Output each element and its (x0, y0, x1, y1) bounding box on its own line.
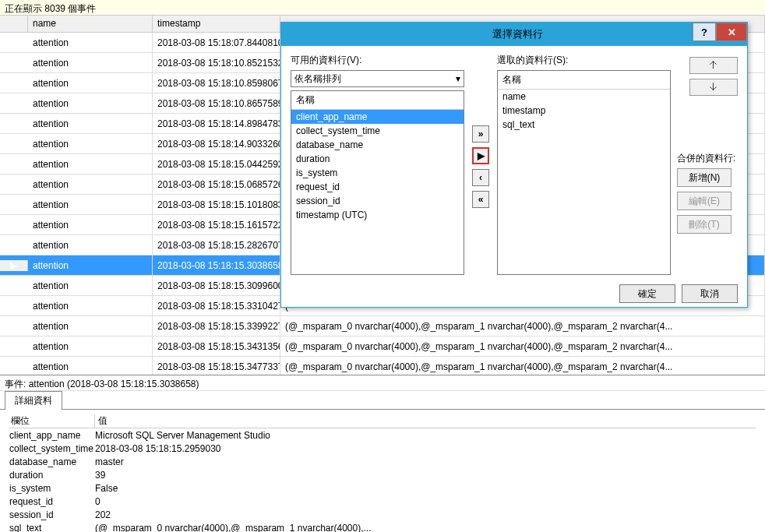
detail-value: 0 (95, 496, 756, 507)
add-merge-button[interactable]: 新增(N) (677, 168, 732, 187)
detail-tabs: 詳細資料 (0, 391, 765, 410)
move-down-button[interactable]: 🡣 (689, 79, 738, 96)
dialog-footer: 確定 取消 (281, 280, 747, 308)
cell-name: attention (28, 33, 153, 52)
move-up-button[interactable]: 🡡 (689, 57, 738, 74)
close-button[interactable]: ✕ (716, 23, 747, 41)
table-row[interactable]: attention2018-03-08 15:18:15.3399227(@_m… (0, 316, 765, 336)
selected-label: 選取的資料行(S): (497, 54, 671, 67)
detail-row[interactable]: collect_system_time2018-03-08 15:18:15.2… (9, 442, 756, 455)
arrow-buttons-column: » ▶ ‹ « (471, 54, 491, 275)
list-item[interactable]: is_system (291, 166, 464, 180)
merge-label: 合併的資料行: (677, 152, 738, 165)
col-header-name[interactable]: name (28, 16, 153, 32)
cell-timestamp: 2018-03-08 15:18:15.1018083 (153, 195, 280, 214)
cell-timestamp: 2018-03-08 15:18:15.3399227 (153, 316, 280, 336)
cell-timestamp: 2018-03-08 15:18:14.9033260 (153, 134, 280, 153)
selected-columns-section: 選取的資料行(S): 名稱 nametimestampsql_text (497, 54, 671, 275)
details-panel: 欄位 值 client_app_nameMicrosoft SQL Server… (0, 410, 765, 532)
detail-value: 2018-03-08 15:18:15.2959030 (95, 443, 756, 454)
detail-field: database_name (9, 456, 95, 467)
cell-text: (@_msparam_0 nvarchar(4000),@_msparam_1 … (280, 336, 765, 356)
details-col-field[interactable]: 欄位 (9, 414, 95, 428)
dialog-title: 選擇資料行 (287, 27, 747, 41)
row-indicator-header (0, 16, 28, 32)
list-item[interactable]: sql_text (498, 118, 670, 132)
cell-name: attention (28, 336, 153, 356)
cell-name: attention (28, 73, 153, 93)
list-item[interactable]: timestamp (498, 104, 670, 118)
detail-field: duration (9, 470, 95, 481)
cell-timestamp: 2018-03-08 15:18:15.3038658 (153, 255, 280, 275)
sort-select[interactable]: 依名稱排列 ▾ (291, 70, 464, 87)
help-button[interactable]: ? (693, 23, 716, 41)
move-all-left-button[interactable]: « (472, 191, 489, 208)
cell-timestamp: 2018-03-08 15:18:15.1615722 (153, 215, 280, 234)
move-right-button[interactable]: ▶ (472, 147, 489, 164)
list-item[interactable]: client_app_name (291, 110, 464, 124)
cell-timestamp: 2018-03-08 15:18:10.8598067 (153, 73, 280, 93)
event-detail-title: 事件: attention (2018-03-08 15:18:15.30386… (5, 379, 199, 389)
available-listbox[interactable]: 名稱 client_app_namecollect_system_timedat… (291, 90, 464, 275)
cell-name: attention (28, 53, 153, 72)
list-item[interactable]: duration (291, 152, 464, 166)
status-bar: 正在顯示 8039 個事件 (0, 0, 765, 16)
available-columns-section: 可用的資料行(V): 依名稱排列 ▾ 名稱 client_app_namecol… (291, 54, 464, 275)
cell-name: attention (28, 134, 153, 153)
edit-merge-button: 編輯(E) (677, 192, 732, 210)
tab-details[interactable]: 詳細資料 (5, 391, 62, 410)
list-item[interactable]: database_name (291, 138, 464, 152)
detail-field: is_system (9, 483, 95, 494)
details-header: 欄位 值 (9, 414, 756, 428)
cell-name: attention (28, 174, 153, 194)
cell-text: (@_msparam_0 nvarchar(4000),@_msparam_1 … (280, 316, 765, 336)
list-item[interactable]: session_id (291, 194, 464, 208)
cell-timestamp: 2018-03-08 15:18:10.8521532 (153, 53, 280, 72)
detail-value: 39 (95, 470, 756, 481)
dialog-titlebar[interactable]: 選擇資料行 ? ✕ (281, 23, 747, 46)
selected-listbox[interactable]: 名稱 nametimestampsql_text (497, 70, 671, 275)
arrow-down-icon: 🡣 (709, 82, 718, 93)
choose-columns-dialog: 選擇資料行 ? ✕ 可用的資料行(V): 依名稱排列 ▾ 名稱 client_a… (280, 22, 748, 308)
cell-name: attention (28, 255, 153, 275)
move-left-button[interactable]: ‹ (472, 169, 489, 186)
detail-field: sql_text (9, 523, 95, 533)
actions-column: 🡡 🡣 合併的資料行: 新增(N) 編輯(E) 刪除(T) (677, 54, 738, 275)
cancel-button[interactable]: 取消 (682, 284, 738, 303)
cell-name: attention (28, 215, 153, 234)
detail-value: Microsoft SQL Server Management Studio (95, 430, 756, 441)
details-col-value[interactable]: 值 (95, 414, 756, 428)
detail-value: master (95, 456, 756, 467)
cell-name: attention (28, 114, 153, 133)
cell-timestamp: 2018-03-08 15:18:15.2826707 (153, 235, 280, 255)
move-all-right-button[interactable]: » (472, 125, 489, 143)
cell-name: attention (28, 195, 153, 214)
detail-field: session_id (9, 509, 95, 520)
detail-row[interactable]: session_id202 (9, 508, 756, 521)
ok-button[interactable]: 確定 (619, 284, 675, 303)
detail-row[interactable]: database_namemaster (9, 455, 756, 468)
cell-timestamp: 2018-03-08 15:18:15.3431356 (153, 336, 280, 356)
detail-row[interactable]: duration39 (9, 468, 756, 481)
detail-row[interactable]: request_id0 (9, 495, 756, 508)
list-item[interactable]: timestamp (UTC) (291, 208, 464, 222)
cell-name: attention (28, 296, 153, 315)
cell-timestamp: 2018-03-08 15:18:10.8657589 (153, 93, 280, 113)
col-header-timestamp[interactable]: timestamp (153, 16, 280, 32)
list-item[interactable]: collect_system_time (291, 124, 464, 138)
detail-row[interactable]: sql_text(@_msparam_0 nvarchar(4000),@_ms… (9, 521, 756, 532)
arrow-up-icon: 🡡 (709, 60, 718, 71)
detail-row[interactable]: client_app_nameMicrosoft SQL Server Mana… (9, 428, 756, 442)
available-label: 可用的資料行(V): (291, 54, 464, 67)
cell-name: attention (28, 235, 153, 255)
table-row[interactable]: attention2018-03-08 15:18:15.3431356(@_m… (0, 336, 765, 357)
table-row[interactable]: attention2018-03-08 15:18:15.3477337(@_m… (0, 357, 765, 375)
cell-name: attention (28, 93, 153, 113)
detail-row[interactable]: is_systemFalse (9, 481, 756, 495)
status-text: 正在顯示 8039 個事件 (5, 3, 96, 14)
list-item[interactable]: name (498, 90, 670, 104)
selected-list-header: 名稱 (498, 71, 670, 90)
list-item[interactable]: request_id (291, 180, 464, 194)
cell-timestamp: 2018-03-08 15:18:14.8984783 (153, 114, 280, 133)
detail-value: False (95, 483, 756, 494)
